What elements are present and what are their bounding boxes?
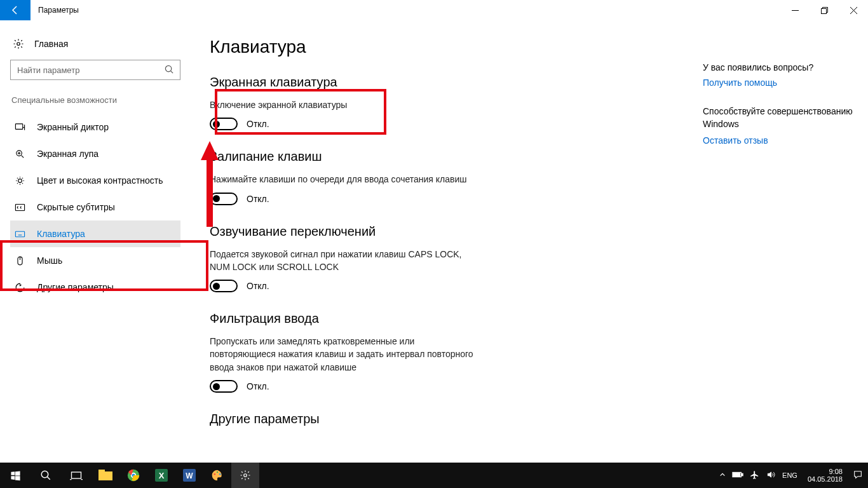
start-button[interactable]: [0, 463, 31, 488]
taskbar-app-chrome[interactable]: [119, 463, 147, 488]
sidebar-item-label: Экранный диктор: [37, 122, 109, 132]
sidebar-item-magnifier[interactable]: Экранная лупа: [10, 140, 180, 167]
svg-rect-26: [733, 473, 740, 476]
title-bar: Параметры: [0, 0, 868, 20]
svg-rect-0: [821, 8, 826, 13]
sidebar-item-contrast[interactable]: Цвет и высокая контрастность: [10, 167, 180, 194]
taskbar-search-button[interactable]: [31, 463, 61, 488]
chrome-icon: [127, 469, 140, 482]
home-label: Главная: [34, 39, 68, 49]
gear-icon: [240, 470, 251, 481]
captions-icon: [14, 202, 25, 213]
sidebar-item-captions[interactable]: Скрытые субтитры: [10, 194, 180, 220]
sidebar-item-mouse[interactable]: Мышь: [10, 247, 180, 274]
svg-rect-12: [98, 470, 105, 472]
task-view-button[interactable]: [61, 463, 92, 488]
taskbar-clock[interactable]: 9:08 04.05.2018: [804, 468, 846, 483]
minimize-icon: [792, 7, 799, 14]
svg-rect-11: [98, 471, 112, 480]
maximize-icon: [821, 7, 828, 14]
toggle-onscreen-keyboard[interactable]: [210, 118, 238, 130]
sidebar-item-label: Экранная лупа: [37, 149, 98, 159]
sidebar-item-label: Скрытые субтитры: [37, 202, 115, 212]
minimize-button[interactable]: [780, 0, 810, 20]
sidebar-item-other[interactable]: Другие параметры: [10, 274, 180, 301]
search-input[interactable]: [10, 60, 180, 80]
section-toggle-keys-heading: Озвучивание переключений: [210, 224, 677, 239]
sidebar-item-label: Цвет и высокая контрастность: [37, 175, 163, 186]
feedback-link[interactable]: Оставить отзыв: [703, 135, 853, 146]
back-arrow-icon: [10, 5, 20, 15]
section-sticky-keys-desc: Нажимайте клавиши по очереди для ввода с…: [210, 173, 483, 186]
toggle-toggle-keys[interactable]: [210, 280, 238, 292]
taskbar: X W ENG 9:08 04.05.2018: [0, 463, 868, 488]
section-sticky-keys-heading: Залипание клавиш: [210, 149, 677, 164]
sidebar-item-label: Мышь: [37, 255, 62, 266]
close-icon: [850, 7, 857, 14]
get-help-link[interactable]: Получить помощь: [703, 78, 853, 88]
svg-point-20: [214, 473, 216, 475]
gear-icon: [13, 38, 24, 50]
windows-icon: [10, 470, 21, 481]
taskbar-app-excel[interactable]: X: [147, 463, 175, 488]
section-filter-keys-desc: Пропускать или замедлять кратковременные…: [210, 335, 483, 374]
sidebar: Главная Специальные возможности Экранный…: [0, 20, 191, 463]
notification-icon[interactable]: [853, 470, 863, 481]
section-toggle-keys-desc: Подается звуковой сигнал при нажатии кла…: [210, 248, 483, 274]
section-onscreen-keyboard-desc: Включение экранной клавиатуры: [210, 98, 483, 111]
other-icon: [14, 282, 25, 293]
feedback-heading: Способствуйте совершенствованию Windows: [703, 105, 853, 130]
close-button[interactable]: [839, 0, 868, 20]
toggle-filter-keys[interactable]: [210, 380, 238, 393]
airplane-icon[interactable]: [750, 470, 759, 481]
help-column: У вас появились вопросы? Получить помощь…: [703, 20, 868, 463]
search-icon: [165, 65, 174, 77]
svg-text:X: X: [159, 471, 165, 480]
taskbar-app-explorer[interactable]: [92, 463, 119, 488]
magnifier-icon: [14, 149, 25, 159]
back-button[interactable]: [0, 0, 31, 20]
svg-rect-10: [72, 472, 81, 478]
tray-chevron-icon[interactable]: [719, 471, 726, 479]
paint-icon: [211, 469, 224, 482]
volume-icon[interactable]: [766, 470, 776, 480]
excel-icon: X: [155, 469, 168, 482]
taskbar-tray: ENG 9:08 04.05.2018: [719, 468, 868, 483]
window-title: Параметры: [31, 0, 86, 20]
taskbar-app-paint[interactable]: [203, 463, 231, 488]
svg-point-21: [217, 471, 219, 473]
sidebar-item-label: Другие параметры: [37, 282, 114, 292]
toggle-sticky-keys[interactable]: [210, 193, 238, 205]
maximize-button[interactable]: [810, 0, 839, 20]
svg-point-1: [17, 43, 20, 46]
svg-point-9: [41, 471, 48, 478]
narrator-icon: [14, 122, 25, 133]
mouse-icon: [14, 255, 25, 266]
taskbar-app-settings[interactable]: [231, 463, 259, 488]
svg-rect-25: [742, 473, 743, 476]
sidebar-item-narrator[interactable]: Экранный диктор: [10, 114, 180, 140]
svg-rect-7: [15, 231, 24, 237]
language-indicator[interactable]: ENG: [782, 471, 797, 479]
main-content: Клавиатура Экранная клавиатура Включение…: [191, 20, 703, 463]
help-question: У вас появились вопросы?: [703, 62, 853, 72]
home-link[interactable]: Главная: [10, 33, 191, 60]
clock-date: 04.05.2018: [808, 475, 843, 483]
svg-rect-6: [15, 204, 24, 210]
svg-point-5: [18, 179, 22, 182]
search-wrap: [10, 60, 180, 80]
svg-point-23: [244, 474, 247, 477]
sidebar-item-keyboard[interactable]: Клавиатура: [10, 220, 180, 247]
contrast-icon: [14, 175, 25, 186]
toggle-filter-keys-state: Откл.: [247, 381, 269, 391]
section-filter-keys-heading: Фильтрация ввода: [210, 311, 677, 326]
section-other-heading: Другие параметры: [210, 412, 677, 426]
keyboard-icon: [14, 229, 25, 240]
svg-text:W: W: [186, 471, 193, 480]
word-icon: W: [183, 469, 196, 482]
toggle-onscreen-keyboard-state: Откл.: [247, 119, 269, 129]
window-controls: [780, 0, 868, 20]
folder-icon: [98, 470, 112, 481]
battery-icon[interactable]: [732, 471, 743, 480]
taskbar-app-word[interactable]: W: [175, 463, 203, 488]
